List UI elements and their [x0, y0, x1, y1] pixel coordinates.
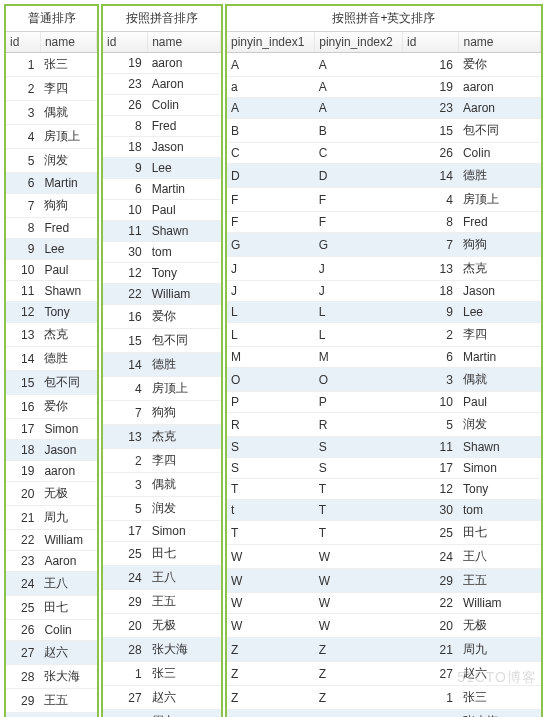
- table-row[interactable]: 23Aaron: [6, 551, 97, 572]
- table-row[interactable]: 26Colin: [103, 95, 221, 116]
- table-row[interactable]: 9Lee: [6, 239, 97, 260]
- table-row[interactable]: AA23Aaron: [227, 98, 541, 119]
- table-row[interactable]: ZZ27赵六: [227, 662, 541, 686]
- table-row[interactable]: 3偶就: [103, 473, 221, 497]
- table-row[interactable]: 12Tony: [103, 263, 221, 284]
- column-header[interactable]: name: [148, 32, 221, 53]
- table-row[interactable]: 28张大海: [6, 665, 97, 689]
- table-row[interactable]: 7狗狗: [103, 401, 221, 425]
- table-row[interactable]: 2李四: [103, 449, 221, 473]
- column-header[interactable]: id: [6, 32, 40, 53]
- table-row[interactable]: 17Simon: [103, 521, 221, 542]
- table-row[interactable]: 30tom: [6, 713, 97, 718]
- cell-id: 8: [403, 212, 459, 233]
- table-row[interactable]: 9Lee: [103, 158, 221, 179]
- table-row[interactable]: 26Colin: [6, 620, 97, 641]
- table-row[interactable]: 25田七: [103, 542, 221, 566]
- table-row[interactable]: LL9Lee: [227, 302, 541, 323]
- table-row[interactable]: WW22William: [227, 593, 541, 614]
- table-row[interactable]: 1张三: [103, 662, 221, 686]
- table-row[interactable]: 3偶就: [6, 101, 97, 125]
- table-row[interactable]: RR5润发: [227, 413, 541, 437]
- table-row[interactable]: 14德胜: [6, 347, 97, 371]
- table-row[interactable]: 19aaron: [6, 461, 97, 482]
- table-row[interactable]: 23Aaron: [103, 74, 221, 95]
- table-row[interactable]: 7狗狗: [6, 194, 97, 218]
- table-row[interactable]: SS11Shawn: [227, 437, 541, 458]
- table-row[interactable]: 10Paul: [103, 200, 221, 221]
- table-row[interactable]: OO3偶就: [227, 368, 541, 392]
- table-row[interactable]: WW29王五: [227, 569, 541, 593]
- table-row[interactable]: 5润发: [6, 149, 97, 173]
- table-row[interactable]: 1张三: [6, 53, 97, 77]
- column-header[interactable]: name: [459, 32, 541, 53]
- table-row[interactable]: 4房顶上: [6, 125, 97, 149]
- table-row[interactable]: MM6Martin: [227, 347, 541, 368]
- table-row[interactable]: WW24王八: [227, 545, 541, 569]
- table-row[interactable]: 24王八: [6, 572, 97, 596]
- column-header[interactable]: pinyin_index2: [315, 32, 403, 53]
- table-row[interactable]: TT25田七: [227, 521, 541, 545]
- table-row[interactable]: 27赵六: [6, 641, 97, 665]
- table-row[interactable]: ZZ21周九: [227, 638, 541, 662]
- table-row[interactable]: GG7狗狗: [227, 233, 541, 257]
- table-row[interactable]: 12Tony: [6, 302, 97, 323]
- table-row[interactable]: 13杰克: [6, 323, 97, 347]
- table-row[interactable]: 11Shawn: [6, 281, 97, 302]
- table-row[interactable]: 14德胜: [103, 353, 221, 377]
- table-row[interactable]: 10Paul: [6, 260, 97, 281]
- table-row[interactable]: TT12Tony: [227, 479, 541, 500]
- table-row[interactable]: BB15包不同: [227, 119, 541, 143]
- table-row[interactable]: DD14德胜: [227, 164, 541, 188]
- table-row[interactable]: 21周九: [103, 710, 221, 718]
- table-row[interactable]: 27赵六: [103, 686, 221, 710]
- table-row[interactable]: LL2李四: [227, 323, 541, 347]
- table-row[interactable]: 6Martin: [6, 173, 97, 194]
- table-row[interactable]: 18Jason: [6, 440, 97, 461]
- table-row[interactable]: 18Jason: [103, 137, 221, 158]
- table-row[interactable]: JJ18Jason: [227, 281, 541, 302]
- table-row[interactable]: SS17Simon: [227, 458, 541, 479]
- table-row[interactable]: 29王五: [103, 590, 221, 614]
- table-row[interactable]: 28张大海: [103, 638, 221, 662]
- column-header[interactable]: id: [103, 32, 148, 53]
- table-row[interactable]: 22William: [6, 530, 97, 551]
- table-row[interactable]: ZZ28张大海: [227, 710, 541, 718]
- table-row[interactable]: 2李四: [6, 77, 97, 101]
- table-row[interactable]: PP10Paul: [227, 392, 541, 413]
- table-row[interactable]: 19aaron: [103, 53, 221, 74]
- table-row[interactable]: 13杰克: [103, 425, 221, 449]
- table-row[interactable]: 6Martin: [103, 179, 221, 200]
- table-row[interactable]: 16爱你: [6, 395, 97, 419]
- table-row[interactable]: 8Fred: [6, 218, 97, 239]
- column-header[interactable]: name: [40, 32, 96, 53]
- table-row[interactable]: 20无极: [103, 614, 221, 638]
- table-row[interactable]: FF8Fred: [227, 212, 541, 233]
- table-row[interactable]: 8Fred: [103, 116, 221, 137]
- table-row[interactable]: 30tom: [103, 242, 221, 263]
- table-row[interactable]: 11Shawn: [103, 221, 221, 242]
- column-header[interactable]: id: [403, 32, 459, 53]
- table-row[interactable]: 21周九: [6, 506, 97, 530]
- table-row[interactable]: FF4房顶上: [227, 188, 541, 212]
- column-header[interactable]: pinyin_index1: [227, 32, 315, 53]
- table-row[interactable]: CC26Colin: [227, 143, 541, 164]
- cell-name: 狗狗: [40, 194, 96, 218]
- table-row[interactable]: 15包不同: [6, 371, 97, 395]
- table-row[interactable]: 16爱你: [103, 305, 221, 329]
- table-row[interactable]: aA19aaron: [227, 77, 541, 98]
- table-row[interactable]: 24王八: [103, 566, 221, 590]
- table-row[interactable]: 4房顶上: [103, 377, 221, 401]
- table-row[interactable]: 25田七: [6, 596, 97, 620]
- table-row[interactable]: 22William: [103, 284, 221, 305]
- table-row[interactable]: WW20无极: [227, 614, 541, 638]
- table-row[interactable]: ZZ1张三: [227, 686, 541, 710]
- table-row[interactable]: 20无极: [6, 482, 97, 506]
- table-row[interactable]: tT30tom: [227, 500, 541, 521]
- table-row[interactable]: 5润发: [103, 497, 221, 521]
- table-row[interactable]: JJ13杰克: [227, 257, 541, 281]
- table-row[interactable]: AA16爱你: [227, 53, 541, 77]
- table-row[interactable]: 29王五: [6, 689, 97, 713]
- table-row[interactable]: 17Simon: [6, 419, 97, 440]
- table-row[interactable]: 15包不同: [103, 329, 221, 353]
